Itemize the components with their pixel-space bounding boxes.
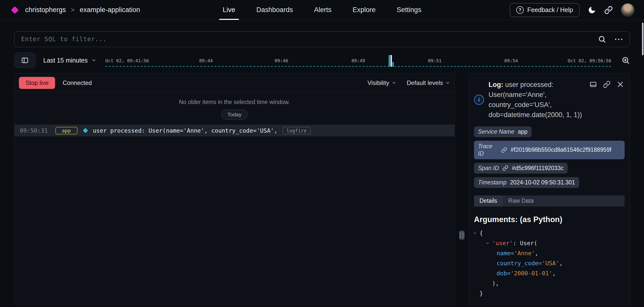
field-value: #d5c996f11192033c bbox=[512, 165, 564, 172]
timeline-ticks[interactable]: Oct 02, 09:41:5609:4409:4609:4909:5109:5… bbox=[105, 51, 612, 69]
timeline-tick: 09:49 bbox=[351, 58, 365, 63]
code-line: 'user': User( bbox=[474, 238, 625, 248]
detail-panel-actions bbox=[589, 81, 624, 88]
code-token: , bbox=[552, 270, 556, 277]
share-link-button[interactable] bbox=[604, 6, 613, 14]
tab-details[interactable]: Details bbox=[474, 195, 503, 207]
field-link bbox=[501, 147, 507, 153]
nav-right: ? Feedback / Help bbox=[510, 3, 634, 17]
arguments-title: Arguments: bbox=[474, 215, 518, 224]
log-row[interactable]: 09:50:31 app user processed: User(name='… bbox=[14, 125, 455, 136]
timeline-zoom-button[interactable] bbox=[621, 56, 630, 65]
timeline-tick: 09:46 bbox=[274, 58, 288, 63]
chevron-down-icon bbox=[446, 81, 450, 85]
code-token: { bbox=[479, 230, 483, 236]
nav-item-alerts[interactable]: Alerts bbox=[310, 0, 335, 20]
log-detail-panel: i Log: user processed: User(name='Anne',… bbox=[469, 73, 630, 305]
field-label: Service Name bbox=[478, 128, 514, 135]
today-button[interactable]: Today bbox=[221, 110, 248, 120]
timeline-tick: Oct 02, 09:41:56 bbox=[105, 58, 149, 63]
stop-live-button[interactable]: Stop live bbox=[19, 77, 55, 89]
live-panel-header: Stop live Connected Visibility Default l… bbox=[14, 74, 455, 92]
code-line: country_code='USA', bbox=[474, 258, 625, 268]
time-range-selector[interactable]: Last 15 minutes bbox=[43, 57, 96, 64]
dock-panel-button[interactable] bbox=[589, 81, 597, 88]
user-avatar[interactable] bbox=[621, 3, 634, 17]
tab-raw-data[interactable]: Raw Data bbox=[503, 195, 539, 207]
moon-icon bbox=[588, 6, 596, 14]
collapse-chevron-icon[interactable] bbox=[486, 241, 490, 245]
breadcrumb: christophergs > example-application bbox=[10, 6, 140, 14]
nav-item-settings[interactable]: Settings bbox=[393, 0, 425, 20]
field-pill-service-name[interactable]: Service Nameapp bbox=[474, 126, 532, 137]
code-line: ), bbox=[474, 278, 625, 288]
sql-filter-input[interactable] bbox=[21, 36, 598, 43]
zoom-in-icon bbox=[621, 56, 630, 65]
breadcrumb-org[interactable]: christophergs bbox=[25, 6, 66, 14]
collapse-chevron-icon[interactable] bbox=[473, 231, 477, 235]
detail-title: Log: user processed: User(name='Anne', c… bbox=[489, 80, 589, 120]
field-pill-trace-id[interactable]: Trace ID#f2019b98b550cd8a61546c2f9188959… bbox=[474, 141, 625, 159]
detail-tabs: DetailsRaw Data bbox=[474, 195, 625, 207]
empty-state-message: No older items in the selected time wind… bbox=[14, 99, 455, 106]
search-button[interactable] bbox=[598, 35, 606, 43]
sidebar-toggle-button[interactable] bbox=[14, 53, 36, 68]
timeline-tick: 09:51 bbox=[428, 58, 441, 63]
field-row-trace-id: Trace ID#f2019b98b550cd8a61546c2f9188959… bbox=[474, 141, 625, 159]
default-levels-label: Default levels bbox=[407, 79, 443, 86]
panel-left-icon bbox=[21, 57, 29, 64]
field-pill-span-id[interactable]: Span ID#d5c996f11192033c bbox=[474, 163, 568, 174]
more-options-button[interactable] bbox=[615, 37, 623, 41]
code-line: { bbox=[474, 228, 625, 238]
sql-filter-actions bbox=[598, 35, 623, 43]
live-log-panel: Stop live Connected Visibility Default l… bbox=[14, 73, 455, 305]
close-detail-button[interactable] bbox=[617, 81, 624, 88]
timeline-tick: 09:54 bbox=[504, 58, 518, 63]
timeline-tick: 09:44 bbox=[199, 58, 213, 63]
resize-grip-handle[interactable] bbox=[459, 231, 465, 240]
field-row-service-name: Service Nameapp bbox=[474, 126, 625, 137]
code-token: '2000-01-01' bbox=[510, 270, 552, 277]
field-value: #f2019b98b550cd8a61546c2f9188959f bbox=[511, 146, 611, 153]
code-token: 'USA' bbox=[542, 260, 559, 267]
field-pill-timestamp[interactable]: Timestamp2024-10-02 09:50:31.301 bbox=[474, 177, 579, 188]
code-token: } bbox=[479, 290, 483, 297]
field-row-span-id: Span ID#d5c996f11192033c bbox=[474, 163, 625, 174]
field-label: Timestamp bbox=[478, 179, 507, 186]
code-token: name= bbox=[497, 250, 514, 257]
log-message: user processed: User(name='Anne', countr… bbox=[93, 127, 277, 134]
visibility-dropdown[interactable]: Visibility bbox=[368, 79, 396, 86]
arguments-subtitle: (as Python) bbox=[520, 215, 562, 224]
page-scrollbar[interactable] bbox=[642, 23, 643, 55]
scope-tag: logfire bbox=[283, 127, 311, 134]
service-tag: app bbox=[55, 127, 77, 134]
copy-link-button[interactable] bbox=[603, 81, 611, 88]
chevron-down-icon bbox=[392, 81, 396, 85]
feedback-help-label: Feedback / Help bbox=[527, 6, 573, 14]
logfire-logo-icon[interactable] bbox=[11, 6, 19, 14]
main-nav: LiveDashboardsAlertsExploreSettings bbox=[212, 0, 432, 20]
link-icon bbox=[501, 147, 507, 153]
feedback-help-button[interactable]: ? Feedback / Help bbox=[510, 3, 580, 17]
nav-item-live[interactable]: Live bbox=[219, 0, 239, 20]
breadcrumb-separator-icon: > bbox=[71, 6, 75, 14]
field-value: app bbox=[518, 128, 527, 135]
timeline-activity-spike bbox=[389, 55, 394, 67]
visibility-label: Visibility bbox=[368, 79, 389, 86]
chevron-down-icon bbox=[91, 58, 96, 63]
nav-item-explore[interactable]: Explore bbox=[349, 0, 379, 20]
nav-item-dashboards[interactable]: Dashboards bbox=[253, 0, 297, 20]
breadcrumb-project[interactable]: example-application bbox=[80, 6, 140, 14]
code-token: , bbox=[559, 260, 563, 267]
timeline-baseline bbox=[105, 66, 612, 67]
code-line: dob='2000-01-01', bbox=[474, 268, 625, 278]
panel-divider bbox=[455, 73, 469, 305]
code-token: , bbox=[535, 250, 538, 257]
default-levels-dropdown[interactable]: Default levels bbox=[407, 79, 450, 86]
field-link bbox=[502, 165, 508, 171]
sql-filter-bar bbox=[14, 31, 630, 47]
app-root: christophergs > example-application Live… bbox=[0, 0, 644, 305]
code-block: {'user': User(name='Anne',country_code='… bbox=[474, 228, 625, 298]
search-icon bbox=[598, 35, 606, 43]
dark-mode-toggle[interactable] bbox=[588, 6, 596, 14]
